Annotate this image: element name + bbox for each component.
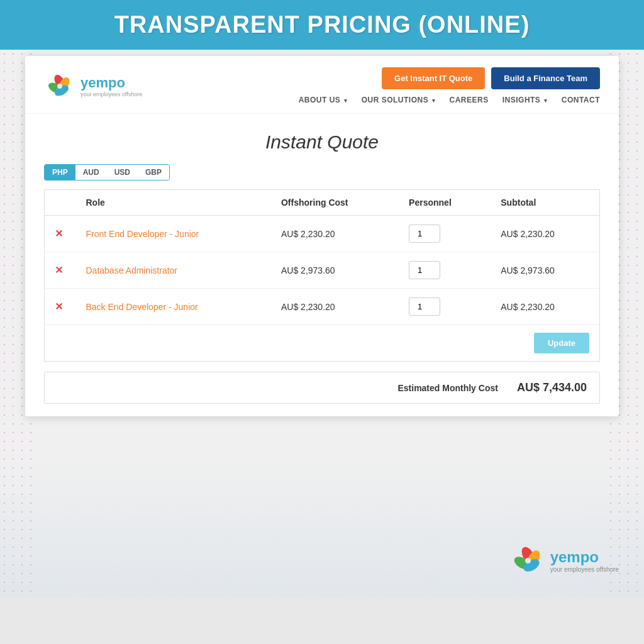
delete-row-3-button[interactable]: ✕ bbox=[55, 301, 63, 313]
bottom-brand: yempo bbox=[550, 548, 619, 566]
col-cost: Offshoring Cost bbox=[271, 190, 399, 216]
tab-usd[interactable]: USD bbox=[107, 165, 138, 180]
chevron-icon: ▾ bbox=[432, 97, 436, 104]
cost-summary-bar: Estimated Monthly Cost AU$ 7,434.00 bbox=[44, 372, 600, 404]
role-link-2[interactable]: Database Administrator bbox=[86, 265, 178, 275]
logo-brand: yempo bbox=[80, 75, 142, 91]
personnel-cell bbox=[399, 216, 491, 252]
subtotal-cell: AU$ 2,230.20 bbox=[491, 289, 599, 325]
cost-cell: AU$ 2,230.20 bbox=[271, 216, 399, 252]
update-button[interactable]: Update bbox=[534, 333, 589, 353]
delete-cell: ✕ bbox=[45, 252, 76, 289]
bottom-tagline: your employees offshore bbox=[550, 566, 619, 573]
col-personnel: Personnel bbox=[399, 190, 491, 216]
role-cell: Back End Developer - Junior bbox=[76, 289, 271, 325]
role-cell: Front End Developer - Junior bbox=[76, 216, 271, 252]
nav-about-us[interactable]: ABOUT US ▾ bbox=[299, 96, 348, 104]
get-quote-button[interactable]: Get Instant IT Quote bbox=[382, 67, 485, 89]
logo-tagline: your employees offshore bbox=[80, 91, 142, 97]
bottom-logo: yempo your employees offshore bbox=[511, 543, 619, 578]
col-subtotal: Subtotal bbox=[491, 190, 599, 216]
col-delete bbox=[45, 190, 76, 216]
nav-careers[interactable]: CAREERS bbox=[450, 96, 489, 104]
build-finance-button[interactable]: Build a Finance Team bbox=[491, 67, 600, 89]
role-cell: Database Administrator bbox=[76, 252, 271, 289]
table-row: ✕ Back End Developer - Junior AU$ 2,230.… bbox=[45, 289, 600, 325]
personnel-cell bbox=[399, 252, 491, 289]
background-area: yempo your employees offshore Get Instan… bbox=[0, 50, 644, 597]
delete-cell: ✕ bbox=[45, 289, 76, 325]
personnel-cell bbox=[399, 289, 491, 325]
logo-area: yempo your employees offshore bbox=[44, 70, 142, 102]
bottom-logo-icon bbox=[511, 543, 545, 578]
tab-php[interactable]: PHP bbox=[45, 165, 75, 180]
yempo-logo-icon bbox=[44, 70, 75, 102]
svg-point-9 bbox=[525, 558, 531, 564]
col-role: Role bbox=[76, 190, 271, 216]
page-title: Instant Quote bbox=[25, 131, 619, 153]
qty-input-3[interactable] bbox=[409, 297, 440, 316]
chevron-icon: ▾ bbox=[544, 97, 548, 104]
navbar: yempo your employees offshore Get Instan… bbox=[25, 56, 619, 114]
role-link-1[interactable]: Front End Developer - Junior bbox=[86, 229, 199, 239]
update-row: Update bbox=[45, 325, 600, 362]
nav-contact[interactable]: CONTACT bbox=[562, 96, 600, 104]
table-row: ✕ Database Administrator AU$ 2,973.60 AU… bbox=[45, 252, 600, 289]
cost-cell: AU$ 2,973.60 bbox=[271, 252, 399, 289]
role-link-3[interactable]: Back End Developer - Junior bbox=[86, 302, 198, 312]
quote-table-wrap: Role Offshoring Cost Personnel Subtotal … bbox=[25, 189, 619, 362]
page-title-area: Instant Quote bbox=[25, 114, 619, 164]
tab-group: PHP AUD USD GBP bbox=[44, 164, 170, 180]
cost-value: AU$ 7,434.00 bbox=[517, 381, 587, 394]
currency-tabs: PHP AUD USD GBP bbox=[25, 164, 619, 189]
nav-right: Get Instant IT Quote Build a Finance Tea… bbox=[299, 67, 600, 104]
delete-cell: ✕ bbox=[45, 216, 76, 252]
main-content-card: yempo your employees offshore Get Instan… bbox=[25, 56, 619, 416]
table-header-row: Role Offshoring Cost Personnel Subtotal bbox=[45, 190, 600, 216]
logo-text: yempo your employees offshore bbox=[80, 75, 142, 97]
delete-row-1-button[interactable]: ✕ bbox=[55, 228, 63, 240]
top-header-bar: TRANSPARENT PRICING (ONLINE) bbox=[0, 0, 644, 50]
tab-aud[interactable]: AUD bbox=[75, 165, 107, 180]
bottom-logo-text: yempo your employees offshore bbox=[550, 548, 619, 573]
svg-point-4 bbox=[57, 84, 62, 89]
nav-links: ABOUT US ▾ OUR SOLUTIONS ▾ CAREERS INSIG… bbox=[299, 96, 600, 104]
subtotal-cell: AU$ 2,973.60 bbox=[491, 252, 599, 289]
cost-cell: AU$ 2,230.20 bbox=[271, 289, 399, 325]
subtotal-cell: AU$ 2,230.20 bbox=[491, 216, 599, 252]
page-heading: TRANSPARENT PRICING (ONLINE) bbox=[0, 11, 644, 38]
delete-row-2-button[interactable]: ✕ bbox=[55, 264, 63, 276]
nav-our-solutions[interactable]: OUR SOLUTIONS ▾ bbox=[362, 96, 436, 104]
qty-input-2[interactable] bbox=[409, 261, 440, 279]
nav-buttons: Get Instant IT Quote Build a Finance Tea… bbox=[382, 67, 600, 89]
cost-label: Estimated Monthly Cost bbox=[397, 383, 497, 393]
table-row: ✕ Front End Developer - Junior AU$ 2,230… bbox=[45, 216, 600, 252]
update-cell: Update bbox=[45, 325, 600, 362]
quote-table: Role Offshoring Cost Personnel Subtotal … bbox=[44, 189, 600, 362]
tab-gbp[interactable]: GBP bbox=[138, 165, 169, 180]
chevron-icon: ▾ bbox=[344, 97, 348, 104]
qty-input-1[interactable] bbox=[409, 225, 440, 243]
nav-insights[interactable]: INSIGHTS ▾ bbox=[502, 96, 548, 104]
